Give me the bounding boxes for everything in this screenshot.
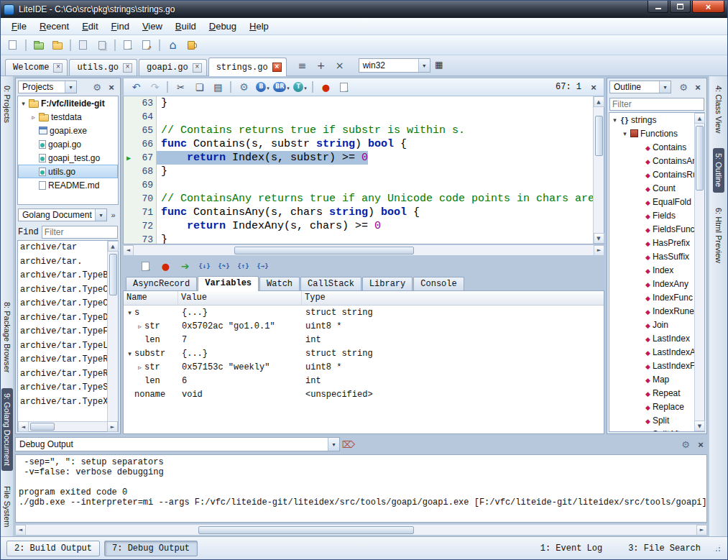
code-line[interactable]: 65 // Contains returns true if substr is… [124, 124, 593, 137]
step-out-button[interactable]: {↑} [234, 258, 252, 274]
scrollbar-thumb[interactable] [595, 116, 603, 156]
menu-item[interactable]: View [136, 19, 169, 34]
line-number[interactable]: 65 [134, 124, 157, 137]
doclist-vertical-scrollbar[interactable]: ▲ [107, 241, 118, 421]
split-tab-button[interactable]: + [313, 58, 330, 73]
code-line[interactable]: 72 return IndexAny(s, chars) >= 0 [124, 219, 593, 233]
side-tab[interactable]: 8: Package Browser [1, 297, 13, 377]
close-tab-icon[interactable] [53, 63, 63, 73]
debug-output-text[interactable]: -sep=", ": setup separators -v=false: ve… [15, 454, 707, 523]
editor-vertical-scrollbar[interactable]: ▲ ▼ [593, 96, 604, 244]
dropdown-arrow-icon[interactable] [267, 82, 269, 92]
tree-item[interactable]: README.md [18, 178, 118, 192]
outline-item[interactable]: IndexFunc [609, 290, 694, 304]
outline-item[interactable]: Contains [609, 140, 694, 154]
len[interactable]: len 7 int [124, 333, 604, 346]
clear-output-icon[interactable] [342, 438, 355, 451]
close-button[interactable]: × [692, 1, 724, 13]
new-file-button[interactable] [4, 37, 22, 53]
panel-menu-icon[interactable] [677, 81, 690, 93]
open-file-button[interactable] [30, 37, 47, 53]
side-tab[interactable]: 6: Html Preview [713, 203, 724, 268]
test-menu-button[interactable]: T [291, 79, 308, 95]
build-run-menu-button[interactable]: BR [272, 79, 290, 95]
scroll-down-icon[interactable]: ▼ [594, 233, 604, 244]
close-tab-icon[interactable] [193, 63, 202, 73]
stop-debug-button[interactable]: ● [157, 258, 174, 274]
s[interactable]: ▾s {...} struct string [124, 306, 604, 319]
editor-horizontal-scrollbar[interactable]: ◄ ► [123, 244, 604, 255]
toolbar-button[interactable] [114, 40, 116, 51]
editor-tab[interactable]: utils.go [69, 59, 137, 75]
run-to-cursor-button[interactable]: {→} [254, 258, 271, 274]
len[interactable]: len 6 int [124, 374, 604, 387]
gopher-button[interactable] [183, 37, 200, 53]
debug-attach-button[interactable] [336, 79, 353, 95]
save-file-button[interactable] [75, 37, 92, 53]
debug-tab[interactable]: CallStack [300, 277, 361, 290]
output-horizontal-scrollbar[interactable]: ◄ ► [15, 524, 707, 535]
outline-item[interactable]: HasSuffix [609, 249, 694, 263]
document-list-item[interactable]: archive/tar.TypeBlock [18, 269, 107, 283]
editor-toolbar-button[interactable] [312, 81, 313, 93]
outline-item[interactable]: ▾ Functions [609, 127, 694, 140]
scrollbar-thumb[interactable] [30, 423, 55, 431]
menu-item[interactable]: Build [169, 19, 203, 34]
code-line[interactable]: 64 [124, 110, 593, 124]
outline-item[interactable]: LastIndexFunc [609, 359, 694, 372]
expander-icon[interactable]: ▾ [126, 350, 133, 357]
code-line[interactable]: 66 func Contains(s, substr string) bool … [124, 137, 593, 151]
panel-close-icon[interactable] [105, 81, 118, 93]
env-options-button[interactable]: ▦ [430, 57, 448, 73]
code-line[interactable]: 63 } [124, 96, 593, 110]
tree-item[interactable]: ▹ testdata [18, 110, 118, 124]
chevron-down-icon[interactable] [65, 81, 76, 93]
expander-icon[interactable]: ▹ [137, 323, 143, 330]
close-tab-icon[interactable] [123, 63, 132, 73]
outline-item[interactable]: Split [609, 413, 694, 427]
line-number[interactable]: 67 [134, 151, 157, 165]
close-editor-icon[interactable] [587, 81, 600, 93]
code-line[interactable]: 67 return Index(s, substr) >= 0 [124, 151, 593, 165]
scrollbar-thumb[interactable] [109, 254, 117, 295]
line-number[interactable]: 69 [134, 178, 157, 192]
scrollbar-thumb[interactable] [234, 247, 414, 254]
editor-tab[interactable]: Welcome [5, 59, 68, 75]
outline-selector[interactable]: Outline [609, 81, 671, 93]
document-list-item[interactable]: archive/tar.TypeRegA [18, 367, 107, 382]
tree-item[interactable]: utils.go [18, 165, 118, 178]
side-tab[interactable]: 0: Projects [1, 81, 13, 128]
panel-close-icon[interactable] [691, 81, 704, 93]
outline-item[interactable]: Join [609, 318, 694, 331]
panel-menu-icon[interactable] [91, 81, 103, 93]
expander-icon[interactable]: ▾ [612, 116, 618, 124]
import-button[interactable] [138, 37, 155, 53]
outline-vertical-scrollbar[interactable]: ▲ ▼ [694, 113, 704, 431]
scroll-left-icon[interactable]: ◄ [123, 245, 134, 256]
projects-selector[interactable]: Projects [18, 81, 77, 93]
maximize-button[interactable] [670, 1, 691, 13]
document-list-item[interactable]: archive/tar.TypeCont [18, 297, 107, 311]
document-list-item[interactable]: archive/tar. [18, 255, 107, 270]
panel-menu-icon[interactable] [679, 438, 692, 451]
debug-tab[interactable]: Console [413, 277, 464, 290]
statusbar-link[interactable]: 3: File Search [628, 543, 701, 554]
code-line[interactable]: 71 func ContainsAny(s, chars string) boo… [124, 206, 593, 219]
code-line[interactable]: 70 // ContainsAny returns true if any Un… [124, 192, 593, 206]
debug-tab[interactable]: Variables [198, 276, 259, 291]
panel-close-icon[interactable] [694, 438, 707, 451]
code-line[interactable]: 73 } [124, 233, 593, 244]
line-number[interactable]: 72 [134, 219, 157, 233]
scroll-right-icon[interactable]: ► [594, 245, 604, 256]
column-header[interactable]: Value [178, 291, 302, 305]
str[interactable]: ▹str 0x57153c "weekly" uint8 * [124, 360, 604, 374]
find-filter-input[interactable] [42, 226, 118, 239]
document-list-item[interactable]: archive/tar.TypeSymlink [18, 381, 107, 395]
line-number[interactable]: 68 [134, 165, 157, 178]
document-list-item[interactable]: archive/tar.TypeXGlobalHeader [18, 395, 107, 410]
outline-item[interactable]: Replace [609, 400, 694, 413]
overflow-chevron-icon[interactable]: » [109, 211, 118, 219]
outline-item[interactable]: IndexRune [609, 304, 694, 318]
tree-item[interactable]: goapi.exe [18, 124, 118, 137]
env-selector[interactable]: win32 [359, 58, 430, 73]
